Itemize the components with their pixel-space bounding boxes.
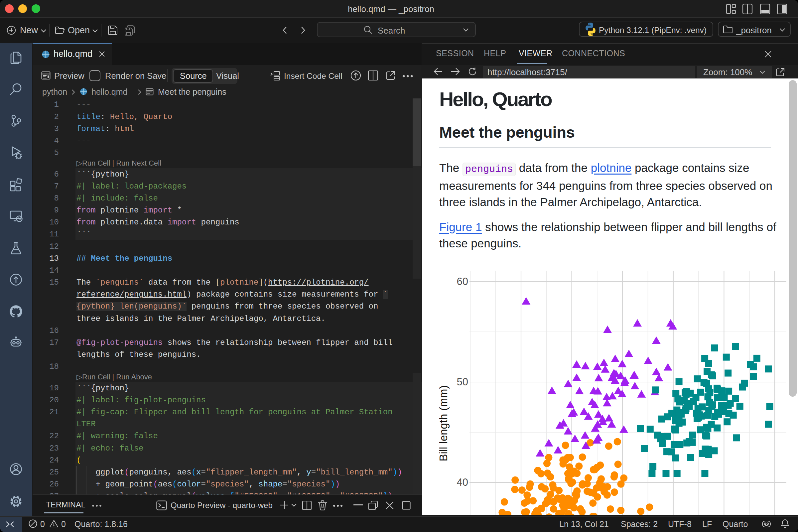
svg-text:50: 50	[457, 376, 468, 388]
svg-text:40: 40	[457, 476, 468, 488]
svg-text:60: 60	[457, 276, 468, 287]
svg-text:Bill length (mm): Bill length (mm)	[437, 385, 450, 461]
